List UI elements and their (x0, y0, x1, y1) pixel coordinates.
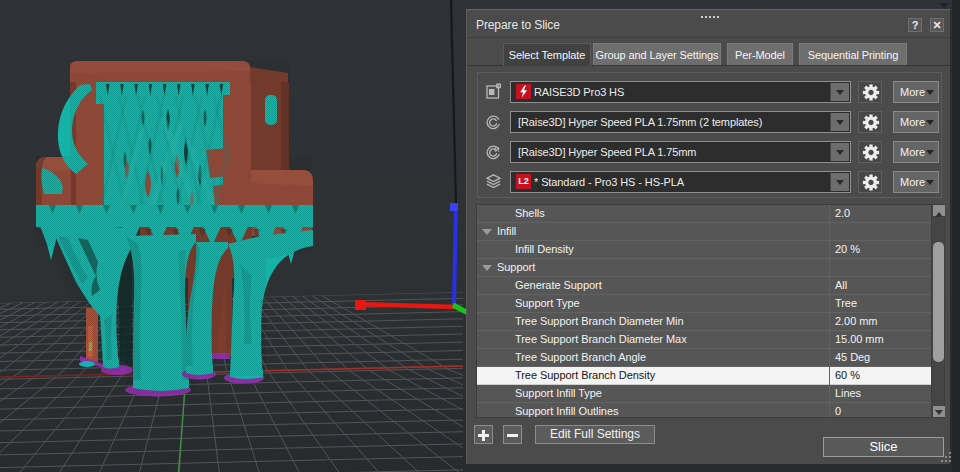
svg-text:R: R (494, 145, 500, 154)
